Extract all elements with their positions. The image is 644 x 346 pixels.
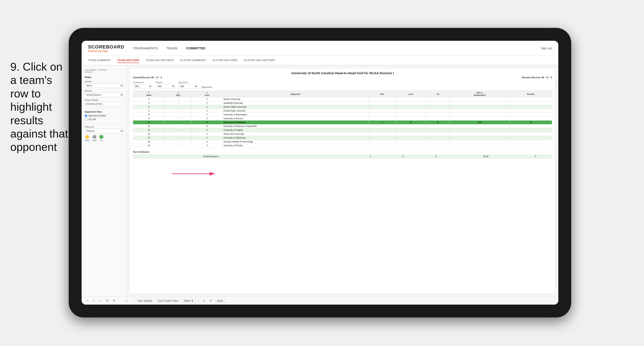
icon-btn-1[interactable]: ⊡ — [202, 299, 206, 303]
school-label: School (Rank) — [84, 99, 124, 101]
table-cell — [369, 101, 395, 105]
colour-dot-down — [85, 135, 89, 139]
table-cell: 1 — [192, 97, 222, 101]
last-updated: Last Updated: 27/03/2024 16:55:38 — [84, 69, 124, 73]
table-row[interactable]: 6-2Florida State University — [133, 109, 552, 113]
gender-label: Gender — [84, 80, 124, 83]
radio-top-100[interactable]: Top 100 — [84, 118, 124, 121]
region-select[interactable]: (All) — [156, 84, 175, 88]
table-row[interactable]: 13-1Texas Tech University — [133, 132, 552, 136]
division-record-value: 88 - 17 - 0 — [541, 76, 552, 79]
col-diff: Diff AvStrokes/Rnd — [450, 91, 510, 97]
save-custom-view-btn[interactable]: Save Custom View — [156, 299, 180, 303]
clock-btn[interactable]: 🕐 — [124, 299, 129, 303]
circle-btn[interactable]: · — [118, 299, 122, 303]
subnav-team-h2h-grid[interactable]: TEAM H2H GRID — [117, 58, 139, 63]
colour-down-label: Down — [84, 139, 90, 141]
table-cell — [369, 140, 395, 144]
subnav-team-h2h-heatmap[interactable]: TEAM H2H HEATMAP — [146, 58, 174, 63]
gender-select[interactable]: Men's — [84, 83, 124, 88]
table-cell: 2 — [192, 113, 222, 117]
table-cell — [396, 124, 426, 128]
table-cell — [510, 140, 552, 144]
school-value[interactable]: University of Nort... — [84, 102, 124, 106]
colour-dots: Down Level Up — [84, 135, 124, 141]
division-select[interactable]: NCAA Division I — [84, 93, 124, 97]
table-cell — [450, 117, 510, 121]
share-btn[interactable]: Share — [215, 299, 225, 303]
radio-opponents-played[interactable]: Opponents Played — [84, 114, 124, 117]
table-cell — [426, 113, 450, 117]
subnav-player-h2h-grid[interactable]: PLAYER H2H GRID — [212, 58, 238, 63]
table-cell: 2 — [192, 136, 222, 140]
table-cell — [510, 113, 552, 117]
table-cell: 11 — [133, 124, 165, 128]
undo-btn[interactable]: ↩ — [85, 299, 90, 303]
table-cell: - — [165, 128, 192, 132]
table-row[interactable]: 11-6University of Arkansas, Fayetteville — [133, 124, 552, 128]
table-cell: 4 — [192, 140, 222, 144]
icon-btn-2[interactable]: ⊟ — [208, 299, 213, 303]
filter-conference: Conference (All) — [133, 81, 152, 88]
out-div-cell: 3 — [519, 155, 552, 159]
table-cell — [396, 109, 426, 113]
table-row[interactable]: 11-5University of Alabama3002.618 — [133, 121, 552, 124]
table-row[interactable]: 16-3University of Florida — [133, 144, 552, 148]
grid-btn[interactable]: ⊞ — [105, 299, 110, 303]
conference-label: Conference — [133, 81, 152, 84]
subnav-team-summary[interactable]: TEAM SUMMARY — [88, 58, 111, 63]
toolbar-sep-2 — [198, 299, 199, 303]
instruction-body: Click on a team's row to highlight resul… — [10, 60, 68, 153]
table-cell: 5 — [192, 121, 222, 124]
table-cell: - — [165, 101, 192, 105]
table-cell: 15 — [133, 140, 165, 144]
add-btn[interactable]: ⊕ — [112, 299, 116, 303]
table-cell: 4 — [133, 105, 165, 109]
redo-btn[interactable]: ↪ — [92, 299, 96, 303]
logo-area: SCOREBOARD Powered by clippi — [88, 44, 124, 52]
view-original-btn[interactable]: View: Original — [136, 299, 154, 303]
table-row[interactable]: 4-1Arizona State University — [133, 105, 552, 109]
opponents-label-text: Opponents: — [201, 86, 212, 88]
subnav-player-h2h-heatmap[interactable]: PLAYER H2H HEATMAP — [244, 58, 275, 63]
nav-teams[interactable]: TEAMS — [166, 45, 177, 51]
table-row[interactable]: 8-2University of Washington — [133, 113, 552, 117]
opponent-select[interactable]: (All) — [178, 84, 198, 88]
table-cell — [510, 117, 552, 121]
colour-by-select[interactable]: Win/loss — [84, 129, 124, 133]
sign-out-button[interactable]: Sign out — [541, 46, 552, 50]
back-btn[interactable]: ↩ — [98, 299, 103, 303]
table-cell: 16 — [133, 144, 165, 148]
table-row[interactable]: 12-3University of Virginia — [133, 128, 552, 132]
nav-tournaments[interactable]: TOURNAMENTS — [133, 45, 158, 51]
table-cell — [510, 144, 552, 148]
table-cell: Florida State University — [222, 109, 369, 113]
table-row[interactable]: 2-1Auburn University — [133, 97, 552, 101]
opponent-view-title: Opponent View — [84, 110, 124, 113]
table-cell — [426, 144, 450, 148]
conference-select[interactable]: (All) — [133, 84, 152, 88]
table-cell: Arizona State University — [222, 105, 369, 109]
out-div-row[interactable]: NCAA Division II10026.003 — [133, 155, 552, 159]
table-cell: - — [165, 97, 192, 101]
table-row[interactable]: 14-2University of Oklahoma — [133, 136, 552, 140]
table-cell: 8 — [133, 113, 165, 117]
table-cell: 3 — [192, 144, 222, 148]
table-cell: - — [165, 132, 192, 136]
subnav-player-summary[interactable]: PLAYER SUMMARY — [180, 58, 206, 63]
table-cell: - — [165, 109, 192, 113]
table-cell — [369, 144, 395, 148]
table-cell: University of Oklahoma — [222, 136, 369, 140]
colour-dot-up — [100, 135, 103, 139]
table-cell: - — [165, 124, 192, 128]
sidebar-divider-2 — [84, 123, 124, 123]
table-row[interactable]: 9-3University of Arizona — [133, 117, 552, 121]
table-cell — [369, 109, 395, 113]
table-row[interactable]: 3-2Vanderbilt University — [133, 101, 552, 105]
nav-committee[interactable]: COMMITTEE — [186, 45, 205, 51]
out-div-cell: 0 — [387, 155, 420, 159]
table-row[interactable]: 15-4Georgia Institute of Technology — [133, 140, 552, 144]
sidebar: Last Updated: 27/03/2024 16:55:38 Team G… — [82, 65, 127, 297]
region-label: Region — [156, 81, 175, 84]
watch-btn[interactable]: Watch ▼ — [182, 299, 196, 303]
